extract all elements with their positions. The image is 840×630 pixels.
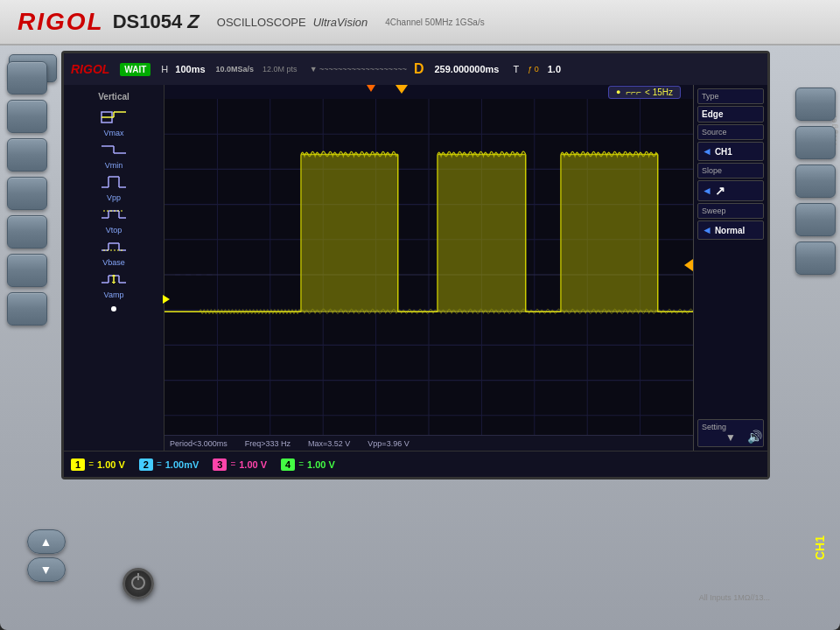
source-section: Source: [697, 124, 764, 140]
ch1-value: 1.00 V: [97, 459, 125, 470]
period-measurement: Period<3.000ms: [170, 439, 228, 448]
model-text: DS1054 Z: [113, 10, 200, 33]
ch1-source-text: CH1: [715, 147, 732, 157]
trig-freq: < 15Hz: [645, 88, 673, 97]
left-btn-3[interactable]: [7, 138, 47, 172]
slope-symbol: ↗: [715, 184, 725, 198]
sweep-arrow-icon: ◄: [702, 224, 712, 236]
trigger-settings-panel: Type Edge Source ◄ CH1 Slope: [693, 85, 767, 451]
sample-rate: 10.0MSa/s: [216, 65, 255, 74]
brand-bar: RIGOL DS1054 Z OSCILLOSCOPE UltraVision …: [0, 0, 840, 46]
max-measurement: Max=3.52 V: [308, 439, 350, 448]
right-button-column: [795, 88, 836, 275]
ch2-eq: =: [157, 459, 162, 469]
edge-section: Edge: [697, 106, 764, 122]
left-btn-4[interactable]: [7, 177, 47, 210]
ch1-eq: =: [88, 459, 94, 469]
pts-value: 12.0M pts: [262, 65, 298, 74]
edge-text: Edge: [702, 109, 723, 119]
left-btn-5[interactable]: [7, 215, 47, 248]
ch4-indicator: 4 = 1.00 V: [281, 458, 335, 471]
type-label: Type: [702, 92, 760, 101]
ch1-badge: 1: [71, 458, 85, 471]
waveform-display: [164, 99, 693, 451]
edge-value: Edge: [702, 109, 760, 119]
screen-header: RIGOL WAIT H 100ms 10.0MSa/s 12.0M pts ▼…: [64, 53, 767, 85]
status-badge: WAIT: [120, 63, 150, 76]
slope-section: Slope: [697, 163, 764, 178]
power-button[interactable]: [122, 568, 154, 599]
trig-icon: ⌐⌐⌐: [626, 88, 642, 97]
left-btn-7[interactable]: [7, 292, 47, 326]
t-bits: ƒ 0: [528, 65, 539, 74]
sweep-value: ◄ Normal: [702, 224, 760, 236]
vmin-label: Vmin: [105, 161, 123, 170]
vbase-indicator: Vbase: [100, 238, 128, 267]
h-label: H: [161, 64, 168, 74]
ch4-badge: 4: [281, 458, 295, 471]
speaker-icon: 🔊: [747, 430, 762, 444]
type-section: Type: [697, 88, 764, 104]
ch1-indicator: 1 = 1.00 V: [71, 458, 125, 471]
vbase-label: Vbase: [102, 258, 125, 267]
oscilloscope-screen: RIGOL WAIT H 100ms 10.0MSa/s 12.0M pts ▼…: [61, 51, 770, 480]
sweep-label: Sweep: [702, 206, 760, 215]
ch2-value: 1.00mV: [165, 459, 200, 470]
oscilloscope-body: RIGOL DS1054 Z OSCILLOSCOPE UltraVision …: [0, 0, 840, 630]
trigger-position-arrow: [396, 85, 408, 94]
vertical-panel: Vertical Vmax Vmin: [64, 85, 164, 451]
vpp-measurement: Vpp=3.96 V: [368, 439, 409, 448]
left-button-column: [7, 61, 51, 326]
vertical-panel-title: Vertical: [98, 92, 130, 102]
freq-measurement: Freq>333 Hz: [245, 439, 290, 448]
vmax-indicator: Vmax: [100, 108, 128, 137]
svg-rect-60: [561, 154, 658, 312]
right-btn-4[interactable]: [795, 203, 836, 236]
vamp-indicator: Vamp: [100, 270, 128, 299]
vtop-indicator: Vtop: [100, 206, 128, 234]
ultra-vision-label: UltraVision: [313, 16, 368, 29]
svg-rect-57: [438, 154, 526, 312]
right-btn-3[interactable]: [795, 164, 836, 198]
ch4-value: 1.00 V: [307, 459, 335, 470]
nav-controls: ▲ ▼: [18, 529, 74, 582]
brand-logo: RIGOL: [18, 8, 104, 36]
vtop-label: Vtop: [106, 226, 122, 234]
ch2-badge: 2: [139, 458, 153, 471]
ch1-source-value: ◄ CH1: [702, 145, 760, 158]
nav-down-button[interactable]: ▼: [27, 557, 66, 582]
bottom-label: All Inputs 1MΩ//13...: [699, 593, 770, 602]
right-btn-5[interactable]: [795, 242, 836, 275]
t-val: 1.0: [548, 64, 561, 74]
screen-brand: RIGOL: [71, 62, 109, 76]
sweep-value-section: ◄ Normal: [697, 220, 764, 240]
sweep-section: Sweep: [697, 203, 764, 219]
left-btn-6[interactable]: [7, 254, 47, 287]
source-label: Source: [702, 128, 760, 136]
t-label: T: [513, 64, 519, 74]
ch2-indicator: 2 = 1.00mV: [139, 458, 200, 471]
vmin-indicator: Vmin: [100, 141, 128, 170]
h-value: 100ms: [175, 64, 205, 74]
vamp-label: Vamp: [104, 290, 124, 299]
trigger-right-arrow: [684, 259, 693, 271]
ch1-dot: ●: [616, 88, 620, 96]
right-btn-2[interactable]: [795, 126, 836, 159]
grid-svg: [164, 99, 693, 451]
specs-text: 4Channel 50MHz 1GSa/s: [385, 18, 484, 27]
vpp-label: Vpp: [107, 193, 121, 202]
right-btn-1[interactable]: [795, 88, 836, 121]
ch1-side-label: CH1: [813, 536, 827, 560]
ch3-value: 1.00 V: [239, 459, 267, 470]
ch3-indicator: 3 = 1.00 V: [213, 458, 267, 471]
channel-bar: 1 = 1.00 V 2 = 1.00mV 3 = 1.00 V 4 = 1.0…: [64, 451, 767, 477]
nav-up-button[interactable]: ▲: [27, 529, 66, 554]
trigger-bar: ● ⌐⌐⌐ < 15Hz: [164, 85, 693, 99]
ch1-source-section: ◄ CH1: [697, 142, 764, 161]
left-btn-2[interactable]: [7, 100, 47, 133]
slope-label: Slope: [702, 166, 760, 175]
ch3-eq: =: [230, 459, 235, 469]
left-btn-1[interactable]: [7, 61, 47, 94]
ch4-eq: =: [298, 459, 304, 469]
d-value: 259.000000ms: [434, 64, 499, 74]
